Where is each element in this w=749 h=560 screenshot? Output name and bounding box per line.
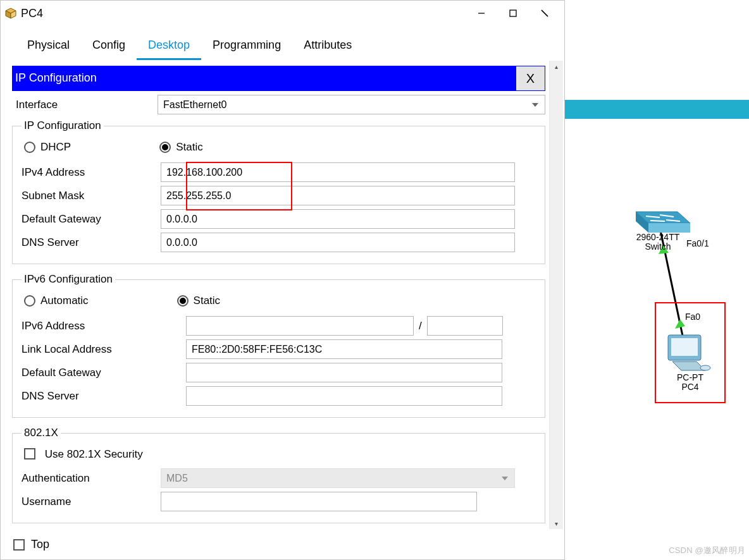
dot1x-legend: 802.1X [22, 427, 61, 439]
topology-svg [565, 0, 749, 560]
svg-line-3 [542, 10, 548, 16]
dot1x-checkbox[interactable] [24, 448, 35, 460]
tab-bar: Physical Config Desktop Programming Attr… [1, 26, 564, 61]
ipv6-legend: IPv6 Configuration [22, 273, 115, 286]
watermark: CSDN @邀风醉明月 [669, 545, 745, 556]
top-label: Top [31, 538, 49, 551]
ipv4-fieldset: IP Configuration DHCP Static IPv4 Addres… [12, 119, 545, 264]
ipv6-auto-radio[interactable]: Automatic [24, 295, 89, 307]
close-window-button[interactable] [529, 3, 560, 24]
ipv6-gateway-input[interactable] [186, 363, 502, 382]
default-gateway-label: Default Gateway [22, 213, 161, 226]
ipv4-address-label: IPv4 Address [22, 166, 161, 179]
switch-port-label: Fa0/1 [686, 239, 709, 248]
ipv6-static-radio[interactable]: Static [177, 295, 221, 307]
svg-rect-1 [510, 10, 516, 16]
ipv6-fieldset: IPv6 Configuration Automatic Static IPv6… [12, 273, 545, 418]
link-local-input[interactable] [186, 339, 502, 359]
ipv6-prefix-separator: / [414, 320, 427, 332]
dns-server-label: DNS Server [22, 236, 161, 249]
tab-desktop[interactable]: Desktop [137, 35, 201, 60]
pc-port-label: Fa0 [685, 312, 700, 322]
maximize-button[interactable] [497, 3, 529, 24]
subnet-mask-input[interactable] [161, 186, 515, 205]
pc-label: PC-PTPC4 [665, 373, 715, 393]
panel-header: IP Configuration X [12, 66, 545, 91]
dot1x-fieldset: 802.1X Use 802.1X Security Authenticatio… [12, 427, 545, 523]
switch-icon [636, 212, 690, 233]
interface-select[interactable]: FastEthernet0 [158, 95, 545, 114]
ipv6-address-input[interactable] [186, 316, 414, 336]
tab-attributes[interactable]: Attributes [292, 35, 363, 60]
top-checkbox[interactable] [13, 539, 25, 551]
ipv6-dns-label: DNS Server [22, 390, 186, 403]
ipv6-prefix-input[interactable] [427, 316, 503, 336]
panel-close-button[interactable]: X [516, 66, 545, 90]
dns-server-input[interactable] [161, 233, 515, 252]
minimize-button[interactable] [466, 3, 497, 24]
ipv4-legend: IP Configuration [22, 119, 104, 132]
auth-label: Authentication [22, 472, 161, 485]
content-area: IP Configuration X Interface FastEtherne… [8, 61, 549, 529]
default-gateway-input[interactable] [161, 209, 515, 229]
panel-title: IP Configuration [13, 66, 99, 90]
link-local-label: Link Local Address [22, 343, 186, 356]
tab-physical[interactable]: Physical [16, 35, 81, 60]
bottom-bar: Top [1, 529, 564, 559]
username-label: Username [22, 496, 161, 508]
ipv6-dns-input[interactable] [186, 386, 502, 406]
svg-line-9 [650, 221, 665, 221]
scroll-up-icon[interactable]: ▴ [550, 61, 563, 72]
dot1x-checkbox-label: Use 802.1X Security [45, 448, 143, 460]
window-title: PC4 [21, 7, 43, 20]
tab-programming[interactable]: Programming [201, 35, 292, 60]
scroll-down-icon[interactable]: ▾ [550, 518, 563, 529]
titlebar: PC4 [1, 1, 564, 26]
auth-select[interactable]: MD5 [161, 468, 515, 488]
device-window: PC4 Physical Config Desktop Programming … [0, 0, 565, 560]
interface-label: Interface [12, 99, 158, 111]
device-icon [4, 7, 17, 20]
ipv6-gateway-label: Default Gateway [22, 367, 186, 379]
username-input[interactable] [161, 492, 477, 511]
ipv6-address-label: IPv6 Address [22, 320, 186, 332]
tab-config[interactable]: Config [81, 35, 137, 60]
topology-canvas[interactable]: 2960-24TTSwitch Fa0/1 Fa0 PC-PTPC4 CSDN … [565, 0, 749, 560]
ipv4-static-radio[interactable]: Static [159, 141, 203, 154]
ipv4-dhcp-radio[interactable]: DHCP [24, 141, 71, 154]
ipv4-address-input[interactable] [161, 162, 515, 182]
vertical-scrollbar[interactable]: ▴ ▾ [549, 61, 563, 529]
switch-label: 2960-24TTSwitch [629, 233, 686, 252]
subnet-mask-label: Subnet Mask [22, 190, 161, 202]
